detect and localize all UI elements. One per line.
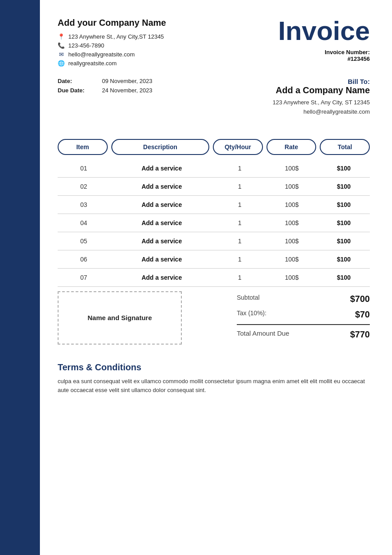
bill-to-section: Bill To: Add a Company Name 123 Anywhere… <box>273 78 370 117</box>
row-rate: 100$ <box>266 256 318 263</box>
col-header-qty: Qty/Hour <box>213 139 263 155</box>
table-row: 01 Add a service 1 100$ $100 <box>58 159 370 178</box>
row-item: 05 <box>58 238 110 245</box>
row-item: 07 <box>58 274 110 281</box>
bill-to-label: Bill To: <box>273 78 370 85</box>
dates-and-bill: Date: 09 November, 2023 Due Date: 24 Nov… <box>58 78 370 126</box>
table-row: 02 Add a service 1 100$ $100 <box>58 178 370 196</box>
tax-value: $70 <box>355 309 370 320</box>
row-rate: 100$ <box>266 274 318 281</box>
contact-email: ✉ hello@reallygreatsite.com <box>58 51 166 58</box>
row-desc: Add a service <box>110 238 214 245</box>
row-rate: 100$ <box>266 165 318 172</box>
row-total: $100 <box>318 201 370 208</box>
col-header-rate: Rate <box>267 139 317 155</box>
main-content: Add your Company Name 📍 123 Anywhere St.… <box>40 0 392 413</box>
row-rate: 100$ <box>266 183 318 190</box>
col-header-total: Total <box>320 139 370 155</box>
row-desc: Add a service <box>110 274 214 281</box>
phone-text: 123-456-7890 <box>68 42 104 49</box>
subtotal-value: $700 <box>350 294 370 304</box>
terms-section: Terms & Conditions culpa ea sunt consequ… <box>58 362 370 396</box>
table-rows: 01 Add a service 1 100$ $100 02 Add a se… <box>58 159 370 287</box>
row-total: $100 <box>318 274 370 281</box>
table-row: 04 Add a service 1 100$ $100 <box>58 214 370 232</box>
email-text: hello@reallygreatsite.com <box>68 51 135 58</box>
dates-section: Date: 09 November, 2023 Due Date: 24 Nov… <box>58 78 152 96</box>
company-name: Add your Company Name <box>58 18 166 28</box>
table-row: 05 Add a service 1 100$ $100 <box>58 232 370 250</box>
total-label: Total Amount Due <box>237 329 289 340</box>
row-rate: 100$ <box>266 238 318 245</box>
due-date-value: 24 November, 2023 <box>102 87 152 94</box>
subtotal-row: Subtotal $700 <box>237 291 370 307</box>
total-row: Total Amount Due $770 <box>237 324 370 342</box>
row-qty: 1 <box>214 238 266 245</box>
location-icon: 📍 <box>58 33 65 40</box>
terms-title: Terms & Conditions <box>58 362 370 373</box>
row-rate: 100$ <box>266 201 318 208</box>
bill-to-street: 123 Anywhere St., Any City, ST 12345 <box>273 98 370 107</box>
website-text: reallygreatsite.com <box>68 60 117 67</box>
company-info: Add your Company Name 📍 123 Anywhere St.… <box>58 18 166 69</box>
contact-phone: 📞 123-456-7890 <box>58 42 166 49</box>
total-value: $770 <box>350 329 370 340</box>
email-icon: ✉ <box>58 51 65 58</box>
invoice-number-label: Invoice Number: <box>278 49 370 56</box>
table-row: 03 Add a service 1 100$ $100 <box>58 196 370 214</box>
table-row: 07 Add a service 1 100$ $100 <box>58 269 370 287</box>
date-value: 09 November, 2023 <box>102 78 152 84</box>
globe-icon: 🌐 <box>58 60 65 67</box>
row-item: 03 <box>58 201 110 208</box>
row-total: $100 <box>318 238 370 245</box>
invoice-info: Invoice Invoice Number: #123456 <box>278 18 370 62</box>
row-qty: 1 <box>214 165 266 172</box>
row-total: $100 <box>318 183 370 190</box>
row-desc: Add a service <box>110 201 214 208</box>
sidebar <box>0 0 40 555</box>
phone-icon: 📞 <box>58 42 65 49</box>
row-item: 01 <box>58 165 110 172</box>
tax-label: Tax (10%): <box>237 309 267 320</box>
contact-address: 📍 123 Anywhere St., Any City,ST 12345 <box>58 33 166 40</box>
invoice-title: Invoice <box>278 18 370 44</box>
row-qty: 1 <box>214 201 266 208</box>
row-qty: 1 <box>214 219 266 226</box>
row-total: $100 <box>318 256 370 263</box>
table-header: Item Description Qty/Hour Rate Total <box>58 139 370 155</box>
due-date-label: Due Date: <box>58 87 93 94</box>
bottom-section: Name and Signature Subtotal $700 Tax (10… <box>58 291 370 345</box>
row-desc: Add a service <box>110 165 214 172</box>
row-item: 04 <box>58 219 110 226</box>
row-total: $100 <box>318 165 370 172</box>
signature-box: Name and Signature <box>58 291 182 345</box>
date-row: Date: 09 November, 2023 <box>58 78 152 84</box>
tax-row: Tax (10%): $70 <box>237 307 370 322</box>
col-header-item: Item <box>58 139 108 155</box>
col-header-description: Description <box>111 139 209 155</box>
terms-text: culpa ea sunt consequat velit ex ullamco… <box>58 377 370 396</box>
row-item: 06 <box>58 256 110 263</box>
row-total: $100 <box>318 219 370 226</box>
subtotal-label: Subtotal <box>237 294 259 304</box>
address-text: 123 Anywhere St., Any City,ST 12345 <box>68 33 164 40</box>
table-row: 06 Add a service 1 100$ $100 <box>58 250 370 269</box>
row-qty: 1 <box>214 256 266 263</box>
invoice-number-value: #123456 <box>278 56 370 62</box>
row-rate: 100$ <box>266 219 318 226</box>
signature-label: Name and Signature <box>87 314 152 321</box>
bill-to-address: 123 Anywhere St., Any City, ST 12345 hel… <box>273 98 370 117</box>
row-desc: Add a service <box>110 219 214 226</box>
row-item: 02 <box>58 183 110 190</box>
date-label: Date: <box>58 78 93 84</box>
bill-to-email: hello@reallygreatsite.com <box>273 107 370 117</box>
bill-to-name: Add a Company Name <box>273 85 370 95</box>
row-desc: Add a service <box>110 256 214 263</box>
row-desc: Add a service <box>110 183 214 190</box>
row-qty: 1 <box>214 274 266 281</box>
due-date-row: Due Date: 24 November, 2023 <box>58 87 152 94</box>
row-qty: 1 <box>214 183 266 190</box>
totals-section: Subtotal $700 Tax (10%): $70 Total Amoun… <box>237 291 370 342</box>
contact-website: 🌐 reallygreatsite.com <box>58 60 166 67</box>
header: Add your Company Name 📍 123 Anywhere St.… <box>58 18 370 69</box>
